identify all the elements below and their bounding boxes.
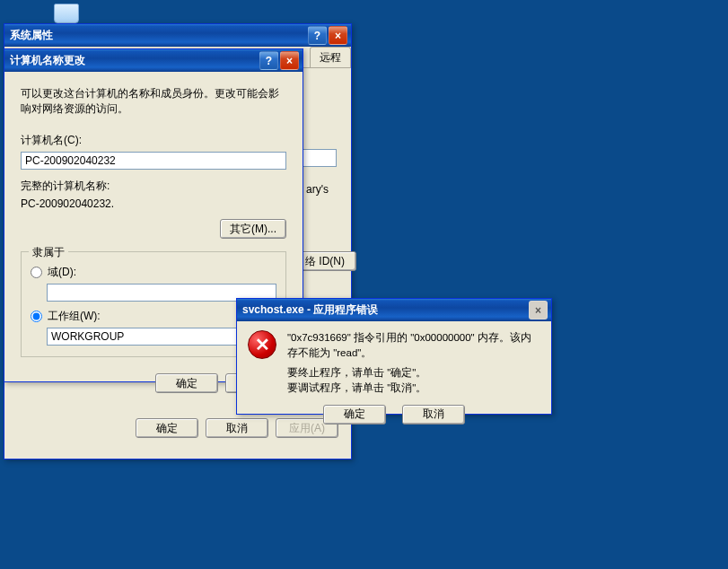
error-ok-button[interactable]: 确定 — [323, 405, 386, 425]
help-icon[interactable]: ? — [308, 26, 327, 45]
error-icon: ✕ — [248, 330, 276, 359]
close-icon[interactable]: × — [280, 51, 299, 70]
help-icon[interactable]: ? — [259, 51, 278, 70]
tab-remote[interactable]: 远程 — [310, 47, 351, 67]
computer-name-label: 计算机名(C): — [21, 133, 286, 148]
application-error-dialog: svchost.exe - 应用程序错误 × ✕ "0x7c931669" 指令… — [236, 298, 552, 415]
close-icon[interactable]: × — [529, 301, 548, 320]
other-button[interactable]: 其它(M)... — [220, 219, 286, 239]
error-line1: "0x7c931669" 指令引用的 "0x00000000" 内存。该内存不能… — [287, 330, 539, 360]
system-properties-title: 系统属性 — [10, 28, 306, 43]
error-line2: 要终止程序，请单击 "确定"。 — [287, 365, 539, 381]
full-name-value: PC-200902040232. — [21, 197, 286, 210]
domain-radio[interactable] — [31, 267, 42, 278]
member-of-legend: 隶属于 — [29, 245, 68, 260]
sysprops-desc-fragment: ary's — [306, 183, 329, 196]
system-properties-titlebar[interactable]: 系统属性 ? × — [4, 24, 351, 47]
sysprops-ok-button[interactable]: 确定 — [136, 418, 198, 438]
error-title: svchost.exe - 应用程序错误 — [242, 302, 527, 318]
error-cancel-button[interactable]: 取消 — [402, 405, 465, 425]
domain-radio-label: 域(D): — [48, 265, 76, 280]
desktop-monitor-icon[interactable] — [54, 4, 79, 23]
error-line3: 要调试程序，请单击 "取消"。 — [287, 381, 539, 396]
workgroup-radio[interactable] — [31, 311, 42, 322]
workgroup-radio-label: 工作组(W): — [48, 309, 101, 324]
rename-titlebar[interactable]: 计算机名称更改 ? × — [4, 49, 303, 72]
rename-title: 计算机名称更改 — [10, 53, 258, 68]
rename-ok-button[interactable]: 确定 — [155, 373, 218, 393]
full-name-label: 完整的计算机名称: — [21, 179, 286, 194]
rename-intro-text: 可以更改这台计算机的名称和成员身份。更改可能会影响对网络资源的访问。 — [21, 86, 286, 117]
close-icon[interactable]: × — [329, 26, 347, 45]
error-titlebar[interactable]: svchost.exe - 应用程序错误 × — [237, 299, 551, 321]
computer-name-input[interactable] — [21, 152, 286, 170]
